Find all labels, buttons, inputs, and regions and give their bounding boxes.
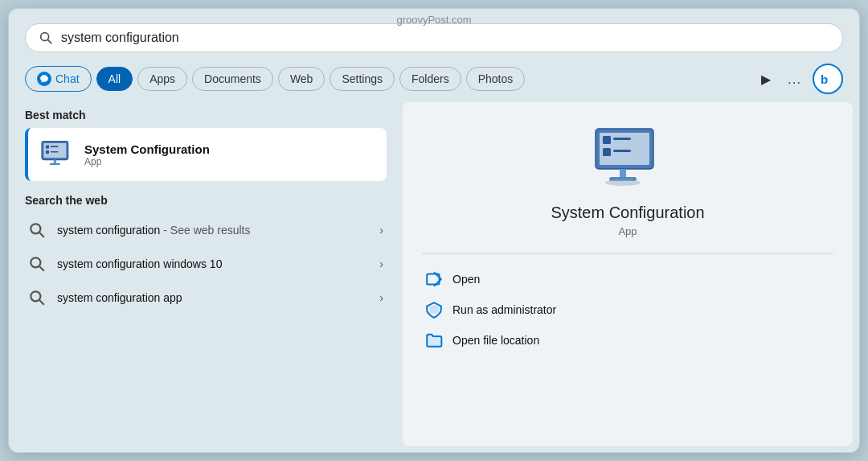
svg-line-14: [39, 266, 44, 271]
filter-all-label: All: [108, 72, 121, 85]
web-search-icon-2: [28, 289, 46, 307]
right-panel: System Configuration App Open: [403, 102, 853, 446]
svg-point-13: [31, 257, 40, 267]
web-item-arrow-2: ›: [379, 291, 383, 304]
svg-rect-22: [613, 150, 631, 152]
action-open-file-location-label: Open file location: [452, 334, 539, 347]
action-open-label: Open: [452, 273, 480, 286]
filter-chat[interactable]: Chat: [25, 66, 92, 92]
best-match-label: Best match: [25, 109, 387, 121]
search-window: groovyPost.com system configuration Chat…: [8, 8, 860, 453]
filter-chat-label: Chat: [55, 72, 80, 85]
svg-text:b: b: [821, 72, 828, 86]
detail-app-type: App: [618, 225, 637, 237]
web-search-icon-1: [28, 255, 46, 273]
detail-app-name: System Configuration: [551, 204, 704, 222]
svg-point-25: [605, 179, 641, 186]
svg-rect-20: [613, 138, 631, 140]
svg-rect-5: [46, 146, 49, 149]
web-item-arrow-0: ›: [379, 224, 383, 237]
best-match-name: System Configuration: [84, 142, 375, 156]
filter-documents[interactable]: Documents: [192, 67, 273, 91]
detail-app-icon: [592, 126, 664, 191]
filter-photos[interactable]: Photos: [466, 67, 526, 91]
action-run-admin-label: Run as administrator: [452, 303, 556, 316]
chat-icon: [37, 72, 51, 86]
action-open[interactable]: Open: [422, 264, 833, 294]
filter-folders-label: Folders: [411, 72, 449, 85]
web-item-content-2: system configuration app: [57, 291, 368, 304]
web-item-content-0: system configuration - See web results: [57, 224, 368, 237]
filter-web[interactable]: Web: [278, 67, 326, 91]
filter-settings[interactable]: Settings: [330, 67, 395, 91]
action-list: Open Run as administrator Open file loca…: [422, 264, 833, 356]
filter-row: Chat All Apps Documents Web Settings Fol…: [9, 60, 859, 102]
detail-divider: [422, 253, 833, 254]
bing-button[interactable]: b: [813, 64, 843, 94]
shield-icon: [425, 301, 443, 319]
best-match-item[interactable]: System Configuration App: [25, 128, 387, 181]
svg-rect-8: [51, 151, 59, 153]
open-icon: [425, 270, 443, 288]
web-item-arrow-1: ›: [379, 257, 383, 270]
search-input[interactable]: system configuration: [61, 31, 829, 45]
search-bar-row: system configuration: [9, 9, 859, 60]
filter-photos-label: Photos: [478, 72, 514, 85]
svg-rect-10: [50, 163, 60, 165]
main-content: Best match: [9, 102, 859, 452]
web-item-text-1: system configuration windows 10: [57, 257, 368, 270]
search-icon: [39, 31, 53, 45]
system-config-icon: [40, 140, 72, 169]
filter-apps[interactable]: Apps: [137, 67, 187, 91]
search-box[interactable]: system configuration: [25, 23, 843, 52]
best-match-info: System Configuration App: [84, 142, 375, 167]
web-item-text-2: system configuration app: [57, 291, 368, 304]
svg-point-15: [31, 291, 40, 301]
filter-web-label: Web: [290, 72, 313, 85]
svg-line-12: [39, 233, 44, 237]
filter-folders[interactable]: Folders: [399, 67, 461, 91]
svg-line-16: [39, 300, 44, 305]
left-panel: Best match: [9, 102, 403, 452]
filter-apps-label: Apps: [149, 72, 175, 85]
filter-documents-label: Documents: [204, 72, 261, 85]
svg-point-0: [41, 33, 49, 41]
web-item-text-0: system configuration - See web results: [57, 224, 368, 237]
action-run-admin[interactable]: Run as administrator: [422, 294, 833, 325]
svg-rect-6: [51, 146, 59, 147]
filter-settings-label: Settings: [342, 72, 383, 85]
best-match-type: App: [84, 156, 375, 167]
svg-rect-7: [46, 150, 49, 154]
web-item-2[interactable]: system configuration app ›: [25, 281, 387, 315]
svg-rect-27: [430, 306, 439, 314]
svg-rect-19: [603, 136, 611, 144]
web-search-icon-0: [28, 221, 46, 239]
action-open-file-location[interactable]: Open file location: [422, 325, 833, 356]
svg-rect-21: [603, 148, 611, 156]
folder-icon: [425, 331, 443, 349]
app-icon-box: [39, 138, 73, 171]
web-item-0[interactable]: system configuration - See web results ›: [25, 213, 387, 247]
bing-icon: b: [819, 70, 837, 88]
web-section-label: Search the web: [25, 194, 387, 207]
svg-line-1: [48, 40, 51, 44]
web-item-1[interactable]: system configuration windows 10 ›: [25, 247, 387, 281]
svg-point-11: [31, 224, 40, 233]
filter-all[interactable]: All: [96, 67, 133, 91]
more-options-button[interactable]: …: [780, 68, 808, 91]
more-filters-play[interactable]: ▶: [756, 68, 776, 90]
web-item-content-1: system configuration windows 10: [57, 257, 368, 270]
